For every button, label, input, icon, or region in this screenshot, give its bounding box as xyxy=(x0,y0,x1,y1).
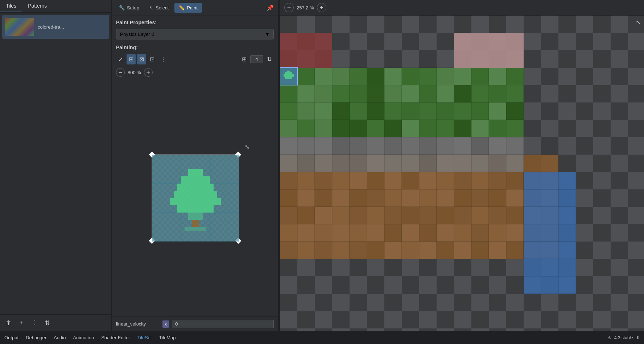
pin-button[interactable]: 📌 xyxy=(265,3,275,13)
prop-value-input[interactable] xyxy=(172,320,274,328)
paint-properties-label: Paint Properties: xyxy=(112,16,278,28)
select-button[interactable]: ↖ Select xyxy=(145,3,173,13)
tabs-header: Tiles Patterns xyxy=(0,0,111,13)
svg-rect-9 xyxy=(170,198,221,205)
tileset-item[interactable]: colored-tra... xyxy=(2,15,109,39)
tile-preview-area: ⤡ xyxy=(112,79,278,316)
paint-icon: ✏️ xyxy=(179,5,185,11)
cursor-icon: ↖ xyxy=(149,5,153,11)
chevron-down-icon: ▼ xyxy=(265,32,270,37)
painting-label: Painting: xyxy=(112,42,278,53)
svg-rect-5 xyxy=(188,169,203,176)
zoom-in-tile[interactable]: + xyxy=(144,68,153,77)
zoom-out-tile[interactable]: − xyxy=(116,68,125,77)
property-row: linear_velocity x xyxy=(112,316,278,331)
select-region-btn[interactable]: ⊠ xyxy=(137,54,146,64)
svg-rect-12 xyxy=(192,220,199,227)
status-output[interactable]: Output xyxy=(4,335,18,340)
left-panel: Tiles Patterns colored-tra... 🗑 ＋ ⋮ ⇅ xyxy=(0,0,112,331)
status-shader-editor[interactable]: Shader Editor xyxy=(101,335,130,340)
status-right: ⚠ 4.3.stable ⬆ xyxy=(607,335,640,340)
deselect-btn[interactable]: ⊡ xyxy=(148,54,157,64)
svg-rect-6 xyxy=(181,176,210,184)
update-icon: ⬆ xyxy=(636,335,640,340)
left-bottom-toolbar: 🗑 ＋ ⋮ ⇅ xyxy=(0,314,111,331)
svg-rect-8 xyxy=(174,191,217,198)
grid-btn[interactable]: ⊞ xyxy=(127,54,136,64)
tile-preview-canvas xyxy=(152,154,239,241)
delete-button[interactable]: 🗑 xyxy=(4,318,13,328)
grid-view-btn[interactable]: ⊞ xyxy=(240,54,249,64)
dots-btn[interactable]: ⋮ xyxy=(158,54,168,64)
more-button[interactable]: ⋮ xyxy=(30,318,39,328)
tilemap-viewport[interactable]: ⤡ xyxy=(280,16,644,331)
count-input[interactable] xyxy=(250,55,263,63)
fit-button[interactable]: ⤡ xyxy=(636,18,641,26)
status-bar: Output Debugger Audio Animation Shader E… xyxy=(0,331,644,344)
right-panel: − 257.2 % + ⤡ xyxy=(280,0,644,331)
svg-rect-10 xyxy=(177,205,214,213)
svg-rect-11 xyxy=(188,213,203,220)
prop-x-label: x xyxy=(162,320,169,328)
svg-rect-13 xyxy=(185,227,206,231)
tab-patterns[interactable]: Patterns xyxy=(22,0,53,12)
add-button[interactable]: ＋ xyxy=(17,318,26,328)
tile-zoom-row: − 800 % + xyxy=(112,66,278,79)
expand-btn[interactable]: ⤢ xyxy=(116,54,125,64)
wrench-icon: 🔧 xyxy=(119,5,125,11)
setup-button[interactable]: 🔧 Setup xyxy=(115,3,144,13)
zoom-in-map[interactable]: + xyxy=(317,3,326,12)
right-toolbar: − 257.2 % + xyxy=(280,0,644,16)
paint-button[interactable]: ✏️ Paint xyxy=(174,3,202,13)
tile-zoom-label: 800 % xyxy=(128,70,141,75)
sort-button[interactable]: ⇅ xyxy=(44,318,51,328)
center-panel: 🔧 Setup ↖ Select ✏️ Paint 📌 Paint Proper… xyxy=(112,0,278,331)
svg-rect-7 xyxy=(177,184,214,191)
status-debugger[interactable]: Debugger xyxy=(26,335,46,340)
arrows-btn[interactable]: ⇅ xyxy=(265,54,274,64)
tilemap-canvas[interactable] xyxy=(280,16,644,331)
reset-zoom-btn[interactable]: ⤡ xyxy=(245,143,249,150)
tab-tiles[interactable]: Tiles xyxy=(0,0,22,12)
tree-sprite xyxy=(152,155,239,242)
map-zoom-label: 257.2 % xyxy=(297,5,314,11)
prop-name: linear_velocity xyxy=(116,321,160,327)
zoom-out-map[interactable]: − xyxy=(284,3,294,12)
status-animation[interactable]: Animation xyxy=(73,335,94,340)
layer-dropdown-row: Physics Layer 0 ▼ xyxy=(116,29,274,39)
status-audio[interactable]: Audio xyxy=(54,335,66,340)
warning-icon: ⚠ xyxy=(607,335,611,340)
version-label: 4.3.stable xyxy=(614,335,633,340)
tileset-name: colored-tra... xyxy=(38,24,64,30)
layer-dropdown-label: Physics Layer 0 xyxy=(120,32,154,37)
painting-toolbar: ⤢ ⊞ ⊠ ⊡ ⋮ ⊞ ⇅ xyxy=(112,53,278,66)
tileset-thumbnail xyxy=(5,18,34,36)
status-tilemap[interactable]: TileMap xyxy=(159,335,176,340)
status-tileset[interactable]: TileSet xyxy=(137,335,152,340)
top-toolbar: 🔧 Setup ↖ Select ✏️ Paint 📌 xyxy=(112,0,278,16)
layer-dropdown[interactable]: Physics Layer 0 ▼ xyxy=(116,29,274,39)
